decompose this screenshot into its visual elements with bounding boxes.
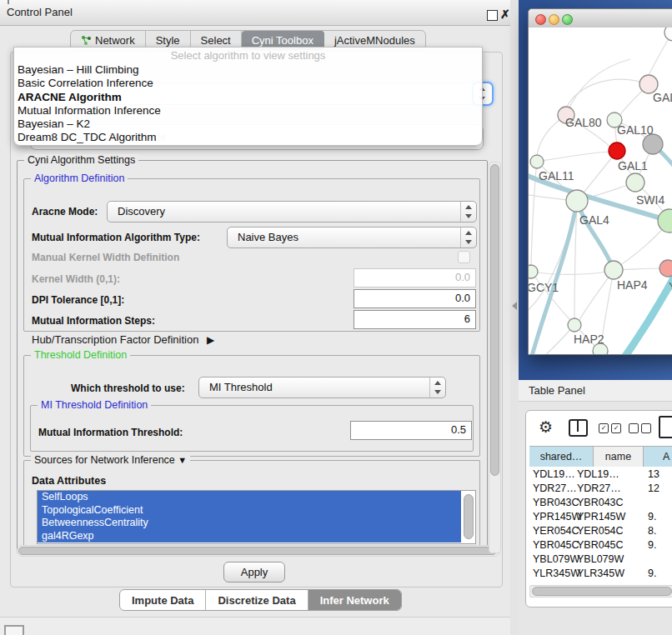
hub-definition-toggle[interactable]: Hub/Transcription Factor Definition ▶: [32, 333, 214, 346]
tab-impute-data[interactable]: Impute Data: [120, 590, 206, 610]
close-traffic-light-icon[interactable]: [535, 14, 546, 25]
dropdown-item[interactable]: Mutual Information Inference: [14, 104, 482, 118]
minimized-widget[interactable]: [4, 625, 24, 635]
column-header-name[interactable]: name: [594, 447, 644, 467]
node-label-gal11: GAL11: [539, 169, 574, 182]
data-attributes-list[interactable]: SelfLoops TopologicalCoefficient Between…: [37, 490, 476, 544]
settings-gear-icon[interactable]: ⚙: [539, 418, 553, 437]
tab-discretize-data[interactable]: Discretize Data: [206, 590, 308, 610]
table-panel-titlebar: Table Panel: [519, 380, 672, 402]
deselect-all-icon[interactable]: [641, 423, 651, 433]
mi-steps-label: Mutual Information Steps:: [32, 315, 155, 327]
float-window-icon[interactable]: [487, 10, 498, 21]
dpi-tolerance-label: DPI Tolerance [0,1]:: [32, 294, 124, 306]
manual-kernel-width-label: Manual Kernel Width Definition: [32, 252, 179, 263]
list-item[interactable]: SelfLoops: [38, 491, 461, 504]
panel-title: Control Panel: [7, 6, 73, 18]
network-view-window: GAL80 GAL10 GAL GAL11 GAL1 GAL4 SWI4 GCY…: [528, 8, 672, 355]
list-item[interactable]: TopologicalCoefficient: [38, 504, 461, 518]
table-header-row: shared… name A: [529, 446, 672, 468]
network-canvas[interactable]: GAL80 GAL10 GAL GAL11 GAL1 GAL4 SWI4 GCY…: [529, 28, 672, 354]
mi-algorithm-type-select[interactable]: Naive Bayes: [227, 227, 477, 248]
titlebar-artifact: [8, 0, 9, 4]
group-title: MI Threshold Definition: [38, 399, 151, 411]
tab-infer-network[interactable]: Infer Network: [308, 590, 401, 610]
node-label-hap2: HAP2: [574, 332, 604, 346]
select-all-icon[interactable]: ✓: [599, 423, 609, 433]
select-all-icon[interactable]: ✓: [611, 423, 621, 433]
kernel-width-label: Kernel Width (0,1):: [32, 273, 120, 285]
tab-label: Infer Network: [320, 594, 389, 607]
stepper-arrows-icon: [460, 202, 476, 222]
node-label-gcy1: GCY1: [529, 281, 559, 294]
mi-threshold-label: Mutual Information Threshold:: [38, 427, 183, 438]
node-label-gal4: GAL4: [579, 213, 609, 227]
stepper-arrows-icon: [429, 378, 445, 398]
node-hap2[interactable]: [568, 318, 581, 332]
node-label-swi4: SWI4: [636, 193, 664, 207]
node-left-small[interactable]: [530, 155, 544, 168]
node-swi4[interactable]: [658, 209, 672, 232]
node-gal4[interactable]: [566, 190, 588, 212]
column-header-shared-name[interactable]: shared…: [529, 447, 594, 467]
select-value: Discovery: [118, 205, 165, 218]
close-icon[interactable]: ✗: [500, 8, 510, 20]
aracne-mode-select[interactable]: Discovery: [107, 201, 477, 222]
dpi-tolerance-input[interactable]: 0.0: [354, 289, 476, 308]
control-panel-titlebar: Control Panel ✗: [0, 0, 510, 26]
zoom-traffic-light-icon[interactable]: [562, 14, 573, 25]
settings-hscrollbar-track[interactable]: [17, 545, 500, 557]
settings-hscrollbar-thumb[interactable]: [18, 547, 497, 555]
table-body: YDL19…YDL19…13 YDR27…YDR27…12 YBR043CYBR…: [529, 467, 672, 583]
dropdown-item[interactable]: Bayesian – Hill Climbing: [14, 63, 482, 77]
kernel-width-input[interactable]: 0.0: [354, 268, 476, 288]
node-top-cut[interactable]: [664, 28, 672, 41]
node-hap4[interactable]: [604, 261, 623, 279]
minimize-traffic-light-icon[interactable]: [549, 14, 559, 25]
node-salmon[interactable]: [659, 260, 672, 277]
group-title: Threshold Definition: [31, 349, 130, 361]
group-title: Algorithm Definition: [31, 172, 128, 184]
new-table-icon[interactable]: [659, 416, 672, 438]
table-panel-title: Table Panel: [529, 384, 585, 397]
deselect-all-icon[interactable]: [629, 423, 639, 433]
stepper-arrows-icon: [460, 228, 476, 248]
group-title: Cyni Algorithm Settings: [24, 154, 138, 166]
node-label-y-cut: Y: [669, 280, 672, 293]
sources-title: Sources for Network Inference: [34, 454, 175, 466]
dropdown-item[interactable]: Dream8 DC_TDC Algorithm: [14, 131, 482, 144]
collapse-arrow-icon[interactable]: ▼: [178, 455, 187, 465]
mi-threshold-input[interactable]: 0.5: [350, 421, 472, 440]
node-gray[interactable]: [643, 134, 663, 154]
dropdown-item[interactable]: Basic Correlation Inference: [14, 77, 482, 90]
list-item[interactable]: gal4RGexp: [38, 530, 461, 543]
node-label-gal80: GAL80: [565, 116, 602, 129]
dropdown-item-selected[interactable]: ARACNE Algorithm: [14, 91, 482, 104]
application-root: Control Panel ✗ Network Style Select Cyn…: [0, 0, 672, 635]
node-label-hap4: HAP4: [617, 278, 648, 292]
table-hscrollbar-track[interactable]: [529, 585, 672, 598]
node-label-gal-cut: GAL: [653, 91, 672, 104]
dropdown-item[interactable]: Bayesian – K2: [14, 118, 482, 131]
algorithm-dropdown-popup: Select algorithm to view settings Bayesi…: [13, 47, 483, 146]
threshold-select[interactable]: MI Threshold: [198, 377, 446, 398]
node-gal1[interactable]: [626, 173, 644, 192]
table-hscrollbar-thumb[interactable]: [532, 587, 672, 596]
list-scrollbar[interactable]: [464, 494, 474, 539]
node-red-selected[interactable]: [609, 142, 625, 159]
expand-arrow-icon: ▶: [207, 334, 214, 346]
apply-button[interactable]: Apply: [223, 562, 285, 582]
column-layout-icon[interactable]: [569, 419, 588, 437]
node-gcy1[interactable]: [529, 265, 538, 278]
settings-vscrollbar-thumb[interactable]: [490, 164, 499, 476]
mi-steps-input[interactable]: 6: [354, 310, 476, 329]
splitter-collapse-icon[interactable]: [512, 302, 517, 310]
list-item[interactable]: BetweennessCentrality: [38, 517, 461, 530]
manual-kernel-width-checkbox[interactable]: [458, 251, 470, 263]
mi-type-label: Mutual Information Algorithm Type:: [32, 232, 200, 243]
settings-vscrollbar-track[interactable]: [489, 162, 501, 553]
which-threshold-label: Which threshold to use:: [71, 382, 185, 394]
column-header-a-cut[interactable]: A: [644, 447, 672, 467]
network-icon: [81, 35, 92, 46]
hub-definition-label: Hub/Transcription Factor Definition: [32, 333, 198, 346]
